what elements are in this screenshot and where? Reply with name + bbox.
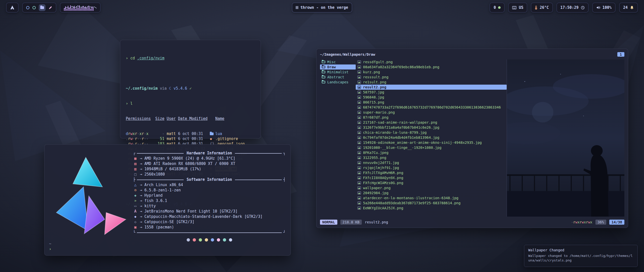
command-cd: cd — [130, 56, 135, 60]
pen-workspace-icon[interactable] — [49, 6, 52, 10]
active-workspace-tile[interactable] — [39, 4, 46, 11]
palette-dot — [205, 238, 208, 242]
bell-icon — [630, 6, 634, 10]
sidebar-folder-misc[interactable]: Misc — [320, 59, 356, 64]
file-row[interactable]: kurz.png — [356, 70, 507, 75]
file-row[interactable]: FXfcHgcWIAMzs0G.png — [356, 180, 507, 185]
file-name: kurz.png — [363, 70, 380, 74]
image-file-icon — [357, 191, 361, 194]
image-file-icon — [357, 146, 361, 149]
graph-bar — [75, 9, 76, 11]
fetch-window: ┌Hardware Information┐ ▦→AMD Ryzen 9 590… — [44, 144, 291, 256]
temperature-module[interactable]: 26°C — [531, 3, 553, 13]
fetch-shell-prompt[interactable]: ~ › — [49, 241, 54, 252]
file-row[interactable]: FXfcJlTXgAMvH6R.png — [356, 170, 507, 175]
info-line: »→fish 3.6.1 — [133, 198, 286, 203]
file-name: 596848.jpg — [363, 95, 384, 99]
graph-bar — [66, 9, 67, 11]
image-file-icon — [357, 131, 361, 134]
file-name: FXfcII0X0AQyn9X.png — [363, 176, 403, 180]
updates-icon — [498, 6, 501, 9]
image-file-icon — [357, 201, 361, 205]
file-row[interactable]: 5a266e448add93deab367d87173e9f25-6837886… — [356, 200, 507, 206]
notifications-module[interactable]: 24 — [619, 3, 638, 13]
system-graph-module[interactable] — [60, 3, 101, 13]
file-size-badge: 218.8 KB — [340, 220, 362, 225]
file-row[interactable]: 8FKa7Cu.jpeg — [356, 150, 507, 155]
file-row[interactable]: nnvuv0xj2df71.jpg — [356, 160, 507, 165]
file-row[interactable]: 866715.png — [356, 100, 507, 105]
crystal-logo — [51, 155, 127, 238]
tab-indicator[interactable]: 1 — [617, 52, 624, 57]
browser-workspace-icon[interactable] — [26, 6, 29, 9]
folder-name: Misc — [327, 60, 336, 64]
clock-module[interactable]: 17:50:29 — [556, 3, 589, 13]
sidebar-folder-landscapes[interactable]: Landscapes — [320, 80, 356, 85]
file-row[interactable]: 154928-odinokoe_anime-art-anime-okno-sin… — [356, 140, 507, 145]
clock-icon — [581, 6, 585, 10]
file-name: 866715.png — [363, 100, 384, 104]
workspaces-module[interactable] — [22, 3, 56, 13]
file-row[interactable]: 217167-sad-anime-rain-wallpaper.png — [356, 120, 507, 125]
keyboard-layout-module[interactable]: US — [508, 3, 527, 13]
info-line: ◈→Hyprland — [133, 193, 286, 198]
file-row[interactable]: 596848.jpg — [356, 95, 507, 100]
file-row[interactable]: 20492984.jpg — [356, 190, 507, 195]
speaker-icon — [596, 6, 600, 10]
graph-bar — [68, 6, 68, 11]
notification-toast[interactable]: Wallpaper Changed Wallpaper changed to /… — [524, 245, 638, 267]
graph-bar — [80, 8, 81, 11]
file-name: 08a634fa02a32364f69ebc86a98eb1eb.png — [363, 65, 439, 69]
file-row[interactable]: 3126f7e9bbf21a8a4af0b67b041c6e26.jpg — [356, 125, 507, 130]
file-row[interactable]: chica-mirando-la-luna-8799.jpg — [356, 130, 507, 135]
software-section-title: ├Software Information┤ — [133, 177, 286, 182]
file-name: lua — [215, 131, 222, 136]
image-file-icon — [357, 86, 361, 89]
folder-panel: MiscDrawMinimalistAbstractLandscapes — [320, 59, 356, 217]
file-row[interactable]: 08a634fa02a32364f69ebc86a98eb1eb.png — [356, 64, 507, 70]
shell-icon: » — [133, 198, 138, 203]
file-row[interactable]: 68747470733a2f2f696d616765732d7769786d70… — [356, 105, 507, 110]
file-row[interactable]: 0c794faf07de24a4db4d4fb1eb813964.jpg — [356, 135, 507, 140]
file-name: 0c794faf07de24a4db4d4fb1eb813964.jpg — [363, 135, 439, 140]
file-row[interactable]: result2.png — [356, 85, 507, 90]
file-row[interactable]: 3122955.png — [356, 155, 507, 160]
file-row[interactable]: atardecer-en-la-montanas-ilustracion-634… — [356, 195, 507, 200]
folder-icon — [322, 66, 325, 68]
info-text: 6.5.8-zen1-1-zen — [144, 188, 181, 193]
graph-bar — [92, 6, 92, 11]
file-manager-window: ~/Imagenes/Wallpapers/Draw 1 MiscDrawMin… — [316, 49, 628, 228]
info-line: ◆→Catppuccin-Macchiato-Standard-Lavender… — [133, 214, 286, 219]
arrow-icon: → — [140, 182, 142, 188]
app-workspace-icon[interactable] — [32, 6, 36, 9]
updates-module[interactable]: 0 — [490, 3, 505, 13]
file-row[interactable]: 19201080-__blue-tinge__-1920×1080.jpg — [356, 145, 507, 150]
folder-icon — [210, 132, 214, 135]
folder-workspace-icon — [40, 6, 44, 9]
launcher-button[interactable] — [6, 3, 19, 13]
file-row[interactable]: super-mario.png — [356, 110, 507, 115]
file-row[interactable]: FXfcII0X0AQyn9X.png — [356, 175, 507, 180]
file-row[interactable]: 87r687df.png — [356, 115, 507, 120]
file-listing-row: .rw-r--r--51matt6 oct 00:31◆.gitignore — [126, 136, 255, 141]
sidebar-folder-abstract[interactable]: Abstract — [320, 75, 356, 80]
file-row[interactable]: 587597.jpg — [356, 90, 507, 95]
image-file-icon — [357, 161, 361, 164]
info-text: 1558 (pacman) — [144, 225, 174, 230]
info-line: ▥→10948MiB / 64183MiB (17%) — [133, 166, 286, 172]
file-row[interactable]: re1sult.png — [356, 80, 507, 85]
file-row[interactable]: resssult.png — [356, 75, 507, 80]
info-line: ▤→AMD ATI Radeon RX 6800/6800 XT / 6900 … — [133, 161, 286, 166]
volume-module[interactable]: 100% — [592, 3, 616, 13]
file-name: 87r687df.png — [363, 115, 388, 119]
file-row[interactable]: EeNKYgIUcAAJ5JX.png — [356, 206, 507, 211]
sidebar-folder-draw[interactable]: Draw — [320, 64, 356, 70]
palette-dot — [199, 238, 202, 242]
file-row[interactable]: rsjqojlmjhf91.jpg — [356, 165, 507, 170]
file-row[interactable]: wallpaper.png — [356, 185, 507, 190]
sidebar-folder-minimalist[interactable]: Minimalist — [320, 70, 356, 75]
activity-graph — [64, 4, 97, 11]
graph-bar — [76, 6, 77, 11]
music-player-module[interactable]: thrown - on the verge — [292, 3, 352, 13]
file-row[interactable]: ressdfgult.png — [356, 59, 507, 64]
